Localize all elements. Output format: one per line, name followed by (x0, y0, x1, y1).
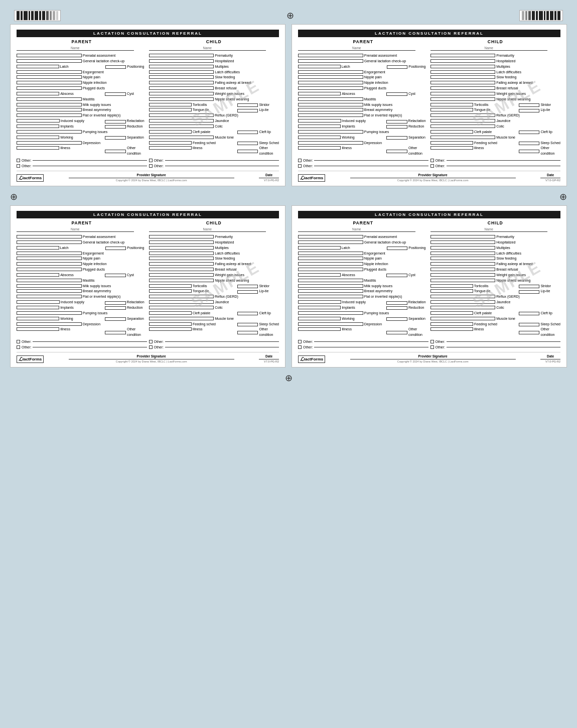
cb[interactable] (519, 150, 540, 153)
cb[interactable] (430, 97, 496, 101)
cb[interactable] (519, 331, 540, 334)
cb[interactable] (237, 323, 258, 326)
cb[interactable] (430, 268, 496, 271)
cb[interactable] (430, 119, 496, 123)
cb[interactable] (17, 86, 82, 90)
cb[interactable] (17, 295, 82, 298)
cb[interactable] (105, 92, 126, 96)
cb[interactable] (17, 81, 82, 84)
cb[interactable] (17, 327, 59, 331)
cb[interactable] (149, 130, 192, 134)
cb[interactable] (149, 86, 214, 90)
cb[interactable] (430, 136, 496, 139)
cb[interactable] (298, 75, 363, 79)
cb[interactable] (298, 268, 363, 271)
cb[interactable] (298, 306, 341, 309)
cb[interactable] (298, 86, 363, 90)
cb[interactable] (17, 108, 82, 111)
cb[interactable] (17, 235, 82, 238)
cb[interactable] (149, 289, 192, 293)
cb[interactable] (149, 273, 214, 277)
cb[interactable] (149, 252, 214, 255)
cb[interactable] (298, 103, 363, 106)
cb[interactable] (298, 327, 341, 331)
cb[interactable] (149, 119, 214, 123)
cb[interactable] (149, 141, 192, 145)
cb[interactable] (149, 279, 214, 282)
cb[interactable] (17, 257, 82, 260)
cb[interactable] (519, 103, 540, 107)
cb[interactable] (17, 246, 59, 250)
cb[interactable] (430, 295, 496, 298)
cb[interactable] (298, 119, 341, 123)
cb[interactable] (519, 312, 540, 315)
cb[interactable] (17, 141, 82, 145)
cb[interactable] (386, 150, 407, 153)
cb[interactable] (17, 75, 82, 79)
cb[interactable] (105, 150, 126, 153)
cb[interactable] (149, 125, 214, 128)
cb[interactable] (149, 246, 214, 250)
cb[interactable] (430, 317, 496, 320)
cb[interactable] (17, 65, 59, 68)
cb[interactable] (105, 120, 126, 124)
cb[interactable] (149, 146, 192, 150)
cb[interactable] (430, 108, 473, 111)
cb[interactable] (17, 317, 59, 320)
cb[interactable] (237, 150, 258, 153)
cb[interactable] (105, 65, 126, 69)
cb[interactable] (149, 136, 214, 139)
cb[interactable] (105, 125, 126, 129)
cb[interactable] (430, 284, 473, 288)
cb[interactable] (298, 262, 363, 266)
cb[interactable] (298, 279, 363, 282)
cb[interactable] (298, 311, 363, 315)
cb[interactable] (149, 70, 214, 74)
cb[interactable] (17, 92, 59, 95)
cb[interactable] (17, 136, 59, 139)
cb[interactable] (519, 131, 540, 134)
cb[interactable] (430, 70, 496, 74)
cb[interactable] (17, 125, 59, 128)
cb[interactable] (430, 257, 496, 260)
cb[interactable] (237, 103, 258, 107)
cb[interactable] (17, 146, 59, 150)
cb[interactable] (298, 59, 363, 63)
cb[interactable] (386, 317, 407, 321)
cb[interactable] (149, 75, 214, 79)
cb[interactable] (430, 289, 473, 293)
cb[interactable] (430, 146, 473, 150)
cb[interactable] (17, 103, 82, 106)
cb[interactable] (430, 322, 474, 326)
cb[interactable] (430, 92, 496, 95)
cb[interactable] (386, 274, 407, 277)
cb[interactable] (149, 113, 214, 117)
cb[interactable] (430, 103, 473, 106)
cb[interactable] (298, 81, 363, 84)
cb[interactable] (298, 289, 363, 293)
cb[interactable] (149, 257, 214, 260)
cb[interactable] (17, 130, 82, 134)
cb[interactable] (298, 284, 363, 288)
cb[interactable] (17, 262, 82, 266)
cb[interactable] (387, 65, 407, 69)
cb[interactable] (298, 146, 341, 150)
cb[interactable] (430, 125, 496, 128)
cb[interactable] (17, 59, 82, 63)
cb[interactable] (298, 322, 363, 326)
cb[interactable] (430, 113, 496, 117)
cb[interactable] (298, 317, 341, 320)
cb[interactable] (105, 247, 126, 250)
cb[interactable] (387, 247, 407, 250)
cb[interactable] (298, 97, 363, 101)
cb[interactable] (430, 262, 496, 266)
cb[interactable] (17, 306, 59, 309)
cb[interactable] (430, 130, 473, 134)
cb[interactable] (430, 279, 496, 282)
cb[interactable] (298, 136, 341, 139)
cb[interactable] (386, 301, 407, 305)
cb[interactable] (430, 240, 496, 244)
cb[interactable] (149, 108, 192, 111)
cb[interactable] (149, 97, 214, 101)
cb[interactable] (519, 285, 540, 288)
